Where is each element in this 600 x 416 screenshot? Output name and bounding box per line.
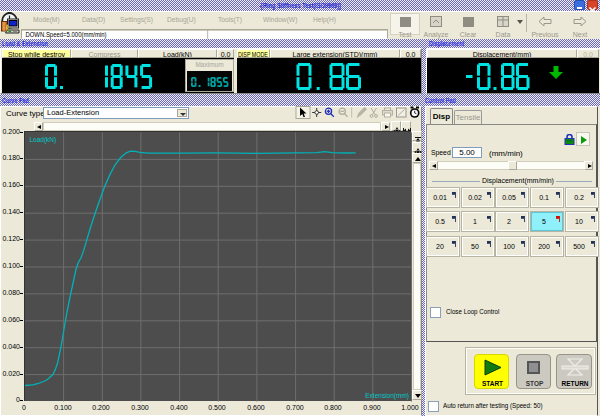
svg-text:Extension(mm): Extension(mm)	[365, 392, 409, 400]
svg-text:Load(kN): Load(kN)	[30, 136, 57, 144]
